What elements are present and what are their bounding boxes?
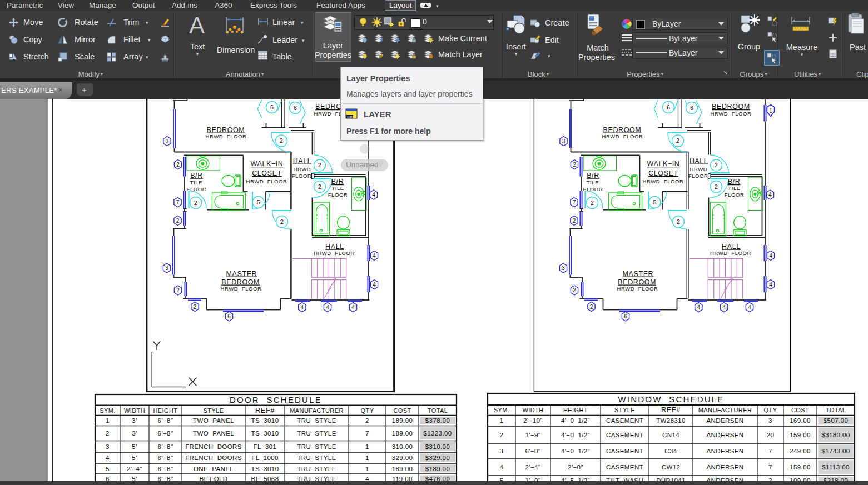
svg-text:5: 5 — [106, 466, 110, 472]
svg-text:TRU STYLE: TRU STYLE — [297, 454, 336, 461]
svg-text:FRENCH DOORS: FRENCH DOORS — [185, 443, 242, 450]
svg-text:DOOR SCHEDULE: DOOR SCHEDULE — [230, 395, 322, 404]
svg-text:169.00: 169.00 — [790, 417, 811, 424]
svg-text:4: 4 — [106, 454, 110, 461]
svg-text:6'−8": 6'−8" — [158, 454, 173, 461]
svg-text:1: 1 — [365, 466, 369, 472]
svg-text:159.00: 159.00 — [790, 464, 811, 471]
svg-text:4'−0 1/2": 4'−0 1/2" — [561, 432, 590, 438]
svg-text:MANUFACTURER: MANUFACTURER — [290, 407, 343, 414]
svg-text:TW28310: TW28310 — [656, 417, 686, 424]
svg-text:MANUFACTURER: MANUFACTURER — [698, 407, 752, 413]
svg-text:1: 1 — [365, 443, 369, 450]
svg-text:7: 7 — [365, 430, 369, 437]
svg-text:189.00: 189.00 — [392, 417, 413, 424]
svg-text:WIDTH: WIDTH — [522, 407, 543, 413]
svg-text:7: 7 — [768, 464, 772, 471]
svg-text:C34: C34 — [664, 448, 677, 454]
svg-text:FL 301: FL 301 — [254, 443, 277, 450]
svg-text:TWO PANEL: TWO PANEL — [193, 417, 234, 424]
svg-text:COST: COST — [791, 407, 809, 413]
svg-text:1: 1 — [769, 108, 772, 114]
svg-text:CASEMENT: CASEMENT — [606, 417, 643, 424]
svg-text:COST: COST — [393, 407, 411, 414]
svg-text:TRU STYLE: TRU STYLE — [297, 443, 336, 450]
svg-text:TOTAL: TOTAL — [428, 407, 448, 414]
svg-text:TRU STYLE: TRU STYLE — [297, 466, 336, 472]
svg-text:2: 2 — [365, 417, 369, 424]
svg-text:CASEMENT: CASEMENT — [606, 464, 643, 471]
svg-text:3: 3 — [500, 448, 504, 454]
svg-text:$378.00: $378.00 — [425, 417, 450, 424]
svg-text:ONE PANEL: ONE PANEL — [194, 466, 234, 472]
svg-text:2'−4": 2'−4" — [127, 466, 142, 472]
svg-text:TS 3010: TS 3010 — [251, 430, 279, 437]
svg-text:QTY: QTY — [764, 407, 777, 413]
svg-text:3: 3 — [768, 417, 772, 424]
svg-text:ANDERSEN: ANDERSEN — [706, 448, 743, 454]
svg-text:REF#: REF# — [661, 406, 681, 414]
svg-text:329.00: 329.00 — [392, 454, 413, 461]
svg-text:4'−0 1/2": 4'−0 1/2" — [561, 448, 590, 454]
svg-text:$3180.00: $3180.00 — [821, 432, 850, 438]
svg-text:TS 3010: TS 3010 — [251, 417, 279, 424]
svg-text:STYLE: STYLE — [204, 407, 224, 414]
svg-text:TRU STYLE: TRU STYLE — [297, 430, 336, 437]
svg-text:6'−8": 6'−8" — [158, 443, 173, 450]
svg-text:FRENCH DOORS: FRENCH DOORS — [185, 454, 242, 461]
svg-text:CW12: CW12 — [662, 464, 681, 471]
svg-text:249.00: 249.00 — [790, 448, 811, 454]
svg-text:1'−9": 1'−9" — [525, 432, 541, 438]
svg-text:SYM.: SYM. — [100, 407, 116, 414]
svg-text:5': 5' — [132, 454, 137, 461]
svg-text:$1323.00: $1323.00 — [423, 430, 452, 437]
svg-text:20: 20 — [767, 432, 775, 438]
svg-text:189.00: 189.00 — [392, 466, 413, 472]
svg-text:6'−0": 6'−0" — [525, 448, 541, 454]
svg-text:SYM.: SYM. — [494, 407, 510, 413]
svg-text:2: 2 — [500, 432, 504, 438]
svg-text:WINDOW SCHEDULE: WINDOW SCHEDULE — [618, 394, 724, 404]
svg-text:TOTAL: TOTAL — [826, 407, 846, 413]
svg-text:4: 4 — [500, 464, 504, 471]
svg-text:2'−10": 2'−10" — [523, 417, 543, 424]
svg-text:3': 3' — [132, 430, 137, 437]
svg-text:FL 1000: FL 1000 — [251, 454, 279, 461]
svg-text:6'−8": 6'−8" — [158, 417, 173, 424]
svg-text:CASEMENT: CASEMENT — [606, 432, 643, 438]
svg-text:$1113.00: $1113.00 — [822, 464, 849, 471]
svg-text:7: 7 — [768, 448, 772, 454]
svg-text:CN14: CN14 — [662, 432, 679, 438]
svg-text:TRU STYLE: TRU STYLE — [297, 417, 336, 424]
svg-text:2: 2 — [106, 430, 110, 437]
svg-text:$329.00: $329.00 — [425, 454, 450, 461]
svg-text:$189.00: $189.00 — [425, 466, 450, 472]
svg-text:6'−8": 6'−8" — [158, 466, 173, 472]
svg-text:$1743.00: $1743.00 — [821, 448, 850, 454]
svg-text:189.00: 189.00 — [392, 430, 413, 437]
svg-text:310.00: 310.00 — [392, 443, 413, 450]
svg-text:TS 3010: TS 3010 — [251, 466, 279, 472]
svg-text:HEIGHT: HEIGHT — [153, 407, 178, 414]
svg-text:1: 1 — [365, 454, 369, 461]
svg-text:REF#: REF# — [255, 406, 275, 414]
svg-text:HEIGHT: HEIGHT — [563, 407, 588, 413]
svg-text:QTY: QTY — [361, 407, 374, 414]
svg-text:3: 3 — [106, 443, 110, 450]
svg-text:1: 1 — [106, 417, 110, 424]
svg-text:$310.00: $310.00 — [425, 443, 450, 450]
svg-text:159.00: 159.00 — [790, 432, 811, 438]
svg-text:6'−8": 6'−8" — [158, 430, 173, 437]
svg-text:TWO PANEL: TWO PANEL — [193, 430, 234, 437]
svg-text:ANDERSEN: ANDERSEN — [706, 464, 743, 471]
svg-text:5': 5' — [132, 443, 137, 450]
svg-text:4'−0 1/2": 4'−0 1/2" — [561, 417, 590, 424]
svg-text:STYLE: STYLE — [614, 407, 635, 413]
svg-text:ANDERSEN: ANDERSEN — [706, 417, 743, 424]
svg-text:3': 3' — [132, 417, 137, 424]
svg-text:2'−0": 2'−0" — [568, 464, 583, 471]
svg-text:CASEMENT: CASEMENT — [606, 448, 643, 454]
svg-text:1: 1 — [500, 417, 504, 424]
svg-text:$507.00: $507.00 — [824, 417, 848, 424]
svg-text:2'−4": 2'−4" — [525, 464, 541, 471]
